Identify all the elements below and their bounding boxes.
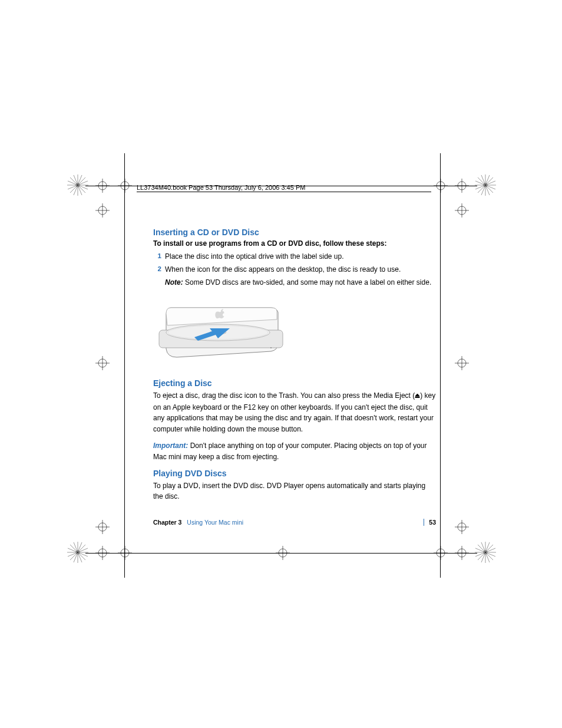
svg-line-24 bbox=[485, 177, 493, 185]
note-text: Some DVD discs are two-sided, and some m… bbox=[183, 278, 432, 286]
heading-ejecting-disc: Ejecting a Disc bbox=[153, 378, 436, 388]
chapter-title: Using Your Mac mini bbox=[187, 519, 243, 526]
registration-mark-radial bbox=[474, 173, 497, 197]
registration-mark-cross bbox=[95, 179, 110, 193]
registration-mark-cross bbox=[95, 356, 110, 370]
crop-line-left bbox=[124, 153, 125, 578]
heading-inserting-disc: Inserting a CD or DVD Disc bbox=[153, 228, 436, 237]
registration-mark-cross bbox=[434, 546, 448, 560]
svg-line-39 bbox=[70, 545, 78, 552]
svg-line-42 bbox=[70, 552, 78, 560]
important-label: Important: bbox=[153, 442, 188, 450]
svg-line-5 bbox=[70, 177, 78, 185]
ejecting-paragraph: To eject a disc, drag the disc icon to t… bbox=[153, 390, 436, 434]
registration-mark-radial bbox=[66, 173, 90, 197]
svg-point-117 bbox=[270, 347, 272, 348]
step-number: 1 bbox=[153, 251, 161, 262]
intro-steps: To install or use programs from a CD or … bbox=[153, 239, 436, 248]
step-item: 1 Place the disc into the optical drive … bbox=[153, 251, 436, 262]
note: Note: Some DVD discs are two-sided, and … bbox=[165, 277, 436, 288]
svg-line-40 bbox=[78, 552, 85, 560]
svg-line-58 bbox=[485, 545, 493, 552]
registration-mark-cross bbox=[118, 179, 132, 193]
svg-line-56 bbox=[478, 545, 485, 552]
step-text: Place the disc into the optical drive wi… bbox=[165, 251, 436, 262]
chapter-label: Chapter 3 bbox=[153, 519, 181, 526]
registration-mark-radial bbox=[66, 541, 90, 564]
footer-divider bbox=[424, 519, 424, 526]
registration-mark-cross bbox=[276, 546, 290, 560]
step-number: 2 bbox=[153, 264, 161, 275]
registration-mark-cross bbox=[455, 356, 469, 370]
svg-line-41 bbox=[78, 545, 85, 552]
eject-icon bbox=[415, 391, 420, 402]
svg-line-23 bbox=[485, 185, 493, 193]
svg-line-25 bbox=[478, 185, 485, 193]
registration-mark-cross bbox=[455, 203, 469, 218]
svg-line-7 bbox=[78, 177, 85, 185]
page-content: Inserting a CD or DVD Disc To install or… bbox=[153, 183, 436, 508]
svg-line-8 bbox=[70, 185, 78, 193]
registration-mark-cross bbox=[455, 179, 469, 193]
heading-playing-dvd: Playing DVD Discs bbox=[153, 469, 436, 478]
page-number: 53 bbox=[429, 519, 436, 526]
footer-left: Chapter 3 Using Your Mac mini bbox=[153, 519, 243, 526]
svg-line-59 bbox=[478, 552, 485, 560]
text: To eject a disc, drag the disc icon to t… bbox=[153, 391, 415, 400]
registration-mark-cross bbox=[95, 203, 110, 218]
registration-mark-cross bbox=[95, 520, 110, 534]
registration-mark-cross bbox=[95, 546, 110, 560]
playing-dvd-paragraph: To play a DVD, insert the DVD disc. DVD … bbox=[153, 480, 436, 502]
registration-mark-cross bbox=[455, 546, 469, 560]
page-footer: Chapter 3 Using Your Mac mini 53 bbox=[153, 519, 436, 526]
important-paragraph: Important: Don't place anything on top o… bbox=[153, 440, 436, 462]
svg-line-22 bbox=[478, 177, 485, 185]
svg-rect-118 bbox=[415, 397, 419, 397]
registration-mark-cross bbox=[118, 546, 132, 560]
svg-line-57 bbox=[485, 552, 493, 560]
step-item: 2 When the icon for the disc appears on … bbox=[153, 264, 436, 275]
registration-mark-radial bbox=[474, 541, 497, 564]
svg-line-6 bbox=[78, 185, 85, 193]
footer-right: 53 bbox=[424, 519, 436, 526]
mac-mini-illustration bbox=[153, 296, 436, 368]
registration-mark-cross bbox=[455, 520, 469, 534]
step-text: When the icon for the disc appears on th… bbox=[165, 264, 436, 275]
note-label: Note: bbox=[165, 278, 183, 286]
crop-line-right bbox=[440, 153, 441, 578]
important-text: Don't place anything on top of your comp… bbox=[153, 442, 427, 461]
